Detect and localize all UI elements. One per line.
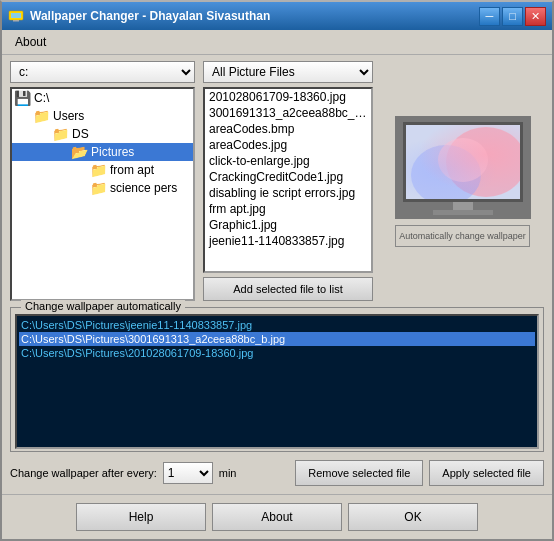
svg-rect-3 (406, 125, 520, 199)
change-label: Change wallpaper after every: (10, 467, 157, 479)
title-bar: Wallpaper Changer - Dhayalan Sivasuthan … (2, 2, 552, 30)
folder-icon: 📁 (52, 126, 69, 142)
folder-icon: 📁 (90, 180, 107, 196)
tree-item-label: science pers (110, 181, 177, 195)
file-item[interactable]: jeenie11-1140833857.jpg (205, 233, 371, 249)
file-item[interactable]: CrackingCreditCode1.jpg (205, 169, 371, 185)
folder-tree[interactable]: 💾 C:\ 📁 Users 📁 DS (10, 87, 195, 301)
menu-item-about[interactable]: About (6, 32, 55, 52)
about-button[interactable]: About (212, 503, 342, 531)
tree-item-label: Users (53, 109, 84, 123)
monitor-bezel (395, 116, 531, 219)
drive-select-input[interactable]: c: (10, 61, 195, 83)
folder-icon: 📁 (33, 108, 50, 124)
svg-point-5 (411, 145, 481, 199)
file-item[interactable]: frm apt.jpg (205, 201, 371, 217)
tree-item-label: C:\ (34, 91, 49, 105)
svg-point-4 (446, 127, 520, 197)
main-content: c: 💾 C:\ 📁 Users (2, 55, 552, 494)
svg-rect-2 (13, 20, 19, 22)
tree-item-science[interactable]: 📁 science pers (12, 179, 193, 197)
drive-selector[interactable]: c: (10, 61, 195, 83)
folder-tree-panel: c: 💾 C:\ 📁 Users (10, 61, 195, 301)
add-button-row: Add selected file to list (203, 277, 373, 301)
app-icon (8, 8, 24, 24)
wallpaper-list[interactable]: C:\Users\DS\Pictures\jeenie11-1140833857… (15, 314, 539, 449)
window-title: Wallpaper Changer - Dhayalan Sivasuthan (30, 9, 473, 23)
file-item[interactable]: Graphic1.jpg (205, 217, 371, 233)
tree-item-pictures[interactable]: 📂 Pictures (12, 143, 193, 161)
tree-item-root[interactable]: 💾 C:\ (12, 89, 193, 107)
add-selected-button[interactable]: Add selected file to list (203, 277, 373, 301)
main-window: Wallpaper Changer - Dhayalan Sivasuthan … (0, 0, 554, 541)
menu-bar: About (2, 30, 552, 55)
file-item[interactable]: click-to-enlarge.jpg (205, 153, 371, 169)
min-label: min (219, 467, 237, 479)
tree-item-users[interactable]: 📁 Users (12, 107, 193, 125)
file-item[interactable]: areaCodes.jpg (205, 137, 371, 153)
monitor-neck (453, 202, 473, 210)
file-item[interactable]: 201028061709-18360.jpg (205, 89, 371, 105)
apply-selected-button[interactable]: Apply selected file (429, 460, 544, 486)
bottom-controls: Change wallpaper after every: 1 5 10 15 … (10, 460, 544, 486)
folder-icon: 📁 (90, 162, 107, 178)
remove-selected-button[interactable]: Remove selected file (295, 460, 423, 486)
svg-point-6 (438, 138, 488, 182)
window-controls: ─ □ ✕ (479, 7, 546, 26)
tree-item-ds[interactable]: 📁 DS (12, 125, 193, 143)
drive-icon: 💾 (14, 90, 31, 106)
top-section: c: 💾 C:\ 📁 Users (10, 61, 544, 301)
folder-icon-open: 📂 (71, 144, 88, 160)
wallpaper-list-item[interactable]: C:\Users\DS\Pictures\3001691313_a2ceea88… (19, 332, 535, 346)
tree-item-from-apt[interactable]: 📁 from apt (12, 161, 193, 179)
file-item[interactable]: 3001691313_a2ceea88bc_b... (205, 105, 371, 121)
wallpaper-list-item[interactable]: C:\Users\DS\Pictures\jeenie11-1140833857… (19, 318, 535, 332)
file-filter[interactable]: All Picture Files (203, 61, 373, 83)
monitor-preview (395, 116, 531, 219)
help-button[interactable]: Help (76, 503, 206, 531)
minimize-button[interactable]: ─ (479, 7, 500, 26)
tree-item-label: from apt (110, 163, 154, 177)
interval-select[interactable]: 1 5 10 15 30 60 (163, 462, 213, 484)
auto-change-button[interactable]: Automatically change wallpaper (395, 225, 530, 247)
ok-button[interactable]: OK (348, 503, 478, 531)
wallpaper-list-section: Change wallpaper automatically C:\Users\… (10, 307, 544, 452)
file-item[interactable]: areaCodes.bmp (205, 121, 371, 137)
monitor-foot (433, 210, 493, 215)
svg-rect-1 (11, 13, 21, 18)
wallpaper-list-item[interactable]: C:\Users\DS\Pictures\201028061709-18360.… (19, 346, 535, 360)
monitor-screen (403, 122, 523, 202)
file-filter-select[interactable]: All Picture Files (203, 61, 373, 83)
maximize-button[interactable]: □ (502, 7, 523, 26)
tree-item-label: Pictures (91, 145, 134, 159)
preview-panel: Automatically change wallpaper (381, 61, 544, 301)
file-item[interactable]: disabling ie script errors.jpg (205, 185, 371, 201)
section-label: Change wallpaper automatically (21, 300, 185, 312)
close-button[interactable]: ✕ (525, 7, 546, 26)
tree-item-label: DS (72, 127, 89, 141)
file-list-panel: All Picture Files 201028061709-18360.jpg… (203, 61, 373, 301)
file-list[interactable]: 201028061709-18360.jpg 3001691313_a2ceea… (203, 87, 373, 273)
footer-buttons: Help About OK (2, 494, 552, 539)
